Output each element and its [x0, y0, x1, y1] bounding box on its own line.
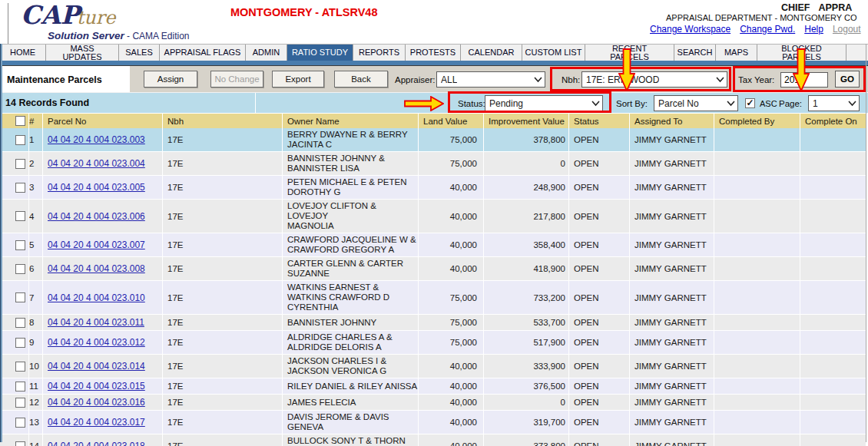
link-change-pwd[interactable]: Change Pwd. — [740, 24, 795, 35]
tax-year-input[interactable] — [780, 72, 828, 88]
parcel-link[interactable]: 04 04 20 4 004 023.015 — [48, 381, 145, 391]
row-select-checkbox[interactable] — [15, 211, 25, 221]
owner-cell: BERRY DWAYNE R & BERRY JACINTA C — [283, 128, 419, 151]
improvement-value-cell: 418,900 — [484, 257, 569, 280]
parcel-link[interactable]: 04 04 20 4 004 023.011 — [48, 317, 144, 328]
row-select-checkbox[interactable] — [15, 159, 25, 169]
tab-reports[interactable]: REPORTS — [353, 45, 406, 61]
nbh-select[interactable]: 17E: ERINWOOD — [581, 71, 727, 88]
status-value: OPEN — [574, 183, 599, 192]
improvement-value: 418,900 — [533, 264, 565, 273]
tab-recent-parcels[interactable]: RECENT PARCELS — [585, 45, 674, 61]
row-select-checkbox[interactable] — [15, 382, 25, 391]
link-logout[interactable]: Logout — [833, 24, 861, 35]
parcel-cell: 04 04 20 4 004 023.007 — [43, 233, 163, 256]
parcel-cell: 04 04 20 4 004 023.012 — [43, 331, 163, 354]
improvement-value-cell: 0 — [484, 152, 569, 175]
parcel-link[interactable]: 04 04 20 4 004 023.003 — [48, 134, 145, 145]
tab-search[interactable]: SEARCH — [674, 45, 716, 61]
assign-button[interactable]: Assign — [144, 71, 197, 88]
tab-maps[interactable]: MAPS — [716, 45, 757, 61]
export-button[interactable]: Export — [272, 71, 324, 88]
status-cell: OPEN — [569, 395, 630, 410]
link-help[interactable]: Help — [804, 24, 823, 35]
header-cell-label: Improvement Value — [489, 117, 565, 126]
owner-name: BULLOCK SONY T & THORN CELESTE — [287, 434, 406, 446]
row-number: 3 — [29, 183, 34, 192]
page-title: Maintenance Parcels — [0, 66, 130, 93]
parcel-link[interactable]: 04 04 20 4 004 023.004 — [48, 158, 145, 169]
row-select-checkbox[interactable] — [15, 338, 25, 348]
chevron-down-icon — [726, 98, 736, 108]
improvement-value-cell: 533,700 — [484, 315, 569, 330]
appraiser-select[interactable]: ALL — [436, 71, 545, 88]
nbh-label: Nbh: — [562, 75, 580, 84]
tab-custom-list[interactable]: CUSTOM LIST — [522, 45, 585, 61]
row-select-checkbox[interactable] — [15, 362, 25, 372]
sort-by-select[interactable]: Parcel No — [654, 95, 738, 111]
completed-by-cell — [714, 281, 800, 314]
row-select-checkbox[interactable] — [15, 441, 25, 446]
land-value: 40,000 — [450, 362, 477, 371]
row-checkbox-cell — [0, 200, 29, 233]
status-select[interactable]: Pending — [485, 95, 603, 111]
completed-by-cell — [714, 395, 800, 410]
tab-protests[interactable]: PROTESTS — [406, 45, 461, 61]
status-value: OPEN — [574, 382, 599, 391]
asc-checkbox[interactable] — [745, 98, 755, 108]
parcel-link[interactable]: 04 04 20 4 004 023.007 — [48, 240, 145, 250]
tab-sales[interactable]: SALES — [119, 45, 160, 61]
parcel-link[interactable]: 04 04 20 4 004 023.010 — [48, 292, 145, 303]
row-select-checkbox[interactable] — [15, 418, 25, 428]
land-value: 75,000 — [450, 338, 477, 347]
row-select-checkbox[interactable] — [15, 264, 25, 274]
parcel-link[interactable]: 04 04 20 4 004 023.017 — [48, 417, 145, 428]
row-number: 12 — [29, 398, 39, 407]
parcel-link[interactable]: 04 04 20 4 004 023.012 — [48, 337, 145, 348]
tab-strip-filler — [846, 45, 868, 61]
status-cell: OPEN — [569, 281, 630, 314]
row-number-cell: 3 — [29, 176, 43, 199]
land-value: 75,000 — [450, 293, 477, 302]
tab-mass-updates[interactable]: MASS UPDATES — [46, 45, 119, 61]
header-cell-parcel-no: Parcel No — [43, 114, 163, 128]
land-value-cell: 40,000 — [419, 434, 484, 446]
row-number: 2 — [29, 159, 34, 168]
parcel-link[interactable]: 04 04 20 4 004 023.005 — [48, 182, 145, 193]
tab-admin[interactable]: ADMIN — [246, 45, 287, 61]
row-select-checkbox[interactable] — [15, 240, 25, 250]
row-checkbox-cell — [0, 128, 29, 151]
parcel-link[interactable]: 04 04 20 4 004 023.016 — [48, 397, 145, 408]
parcel-link[interactable]: 04 04 20 4 004 023.006 — [48, 211, 145, 222]
row-select-checkbox[interactable] — [15, 318, 25, 328]
select-all-checkbox[interactable] — [15, 116, 25, 126]
row-select-checkbox[interactable] — [15, 398, 25, 408]
table-row: 804 04 20 4 004 023.01117EBANNISTER JOHN… — [0, 315, 866, 331]
assigned-to: JIMMY GARNETT — [634, 318, 707, 327]
improvement-value-cell: 378,800 — [484, 128, 569, 151]
tab-calendar[interactable]: CALENDAR — [461, 45, 522, 61]
parcel-link[interactable]: 04 04 20 4 004 023.008 — [48, 263, 145, 274]
tab-appraisal-flags[interactable]: APPRAISAL FLAGS — [160, 45, 246, 61]
row-select-checkbox[interactable] — [15, 183, 25, 193]
land-value: 40,000 — [450, 382, 477, 391]
records-count: 14 Records Found — [5, 97, 89, 108]
tab-ratio-study[interactable]: RATIO STUDY — [287, 45, 353, 61]
tab-blocked-parcels[interactable]: BLOCKED PARCELS — [757, 45, 846, 61]
row-number: 11 — [29, 382, 38, 391]
back-button[interactable]: Back — [334, 71, 388, 88]
page-select[interactable]: 1 — [808, 95, 860, 111]
owner-name: CRAWFORD JACQUELINE W & CRAWFORD GREGORY… — [287, 233, 416, 256]
parcel-link[interactable]: 04 04 20 4 004 023.014 — [48, 361, 145, 372]
go-button[interactable]: GO — [835, 71, 860, 88]
improvement-value: 217,800 — [533, 212, 565, 221]
improvement-value: 319,700 — [533, 418, 565, 427]
tab-home[interactable]: HOME — [0, 45, 46, 61]
row-select-checkbox[interactable] — [15, 292, 25, 302]
link-change-workspace[interactable]: Change Workspace — [650, 24, 731, 35]
status-value: OPEN — [574, 240, 599, 249]
page-right-border — [866, 44, 866, 442]
row-checkbox-cell — [0, 411, 29, 434]
parcel-link[interactable]: 04 04 20 4 004 023.018 — [48, 441, 145, 446]
row-select-checkbox[interactable] — [15, 135, 25, 145]
